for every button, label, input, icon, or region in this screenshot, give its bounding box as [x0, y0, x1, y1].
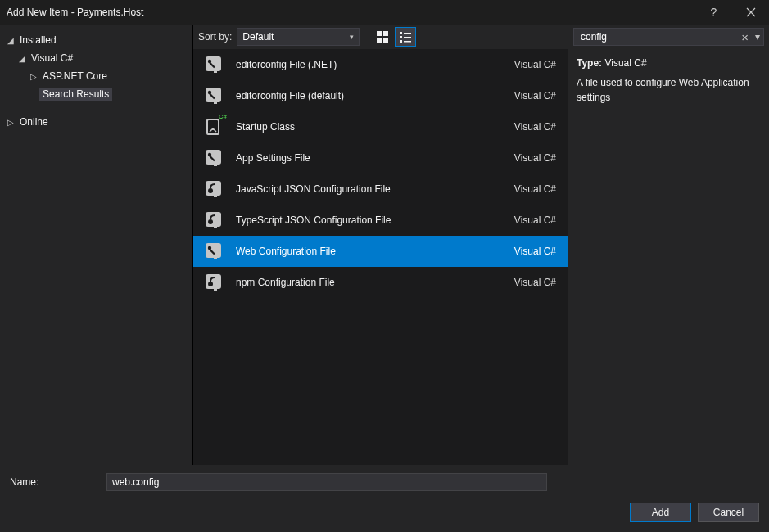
svg-rect-6 [400, 36, 402, 38]
template-list[interactable]: editorconfig File (.NET)Visual C#editorc… [193, 49, 568, 463]
search-box[interactable]: × ▾ [573, 28, 764, 46]
template-language: Visual C# [514, 183, 556, 195]
window-title: Add New Item - Payments.Host [7, 7, 143, 18]
sort-by-dropdown[interactable]: Default ▾ [237, 28, 360, 46]
template-language: Visual C# [514, 59, 556, 70]
template-row[interactable]: TypeScript JSON Configuration FileVisual… [193, 205, 568, 236]
search-input[interactable] [579, 30, 736, 43]
template-row[interactable]: npm Configuration FileVisual C# [193, 267, 568, 298]
cancel-button[interactable]: Cancel [698, 503, 759, 522]
json-icon [201, 209, 224, 232]
template-name: Startup Class [236, 121, 503, 133]
close-icon [746, 7, 756, 17]
dropdown-icon[interactable]: ▾ [755, 31, 760, 43]
clear-search-button[interactable]: × [738, 30, 752, 44]
template-description: Type: Visual C# A file used to configure… [568, 51, 769, 110]
type-value: Visual C# [604, 57, 646, 69]
csfile-icon: C# [201, 115, 224, 138]
title-bar: Add New Item - Payments.Host ? [0, 0, 769, 25]
name-row: Name: [10, 473, 759, 491]
template-name: npm Configuration File [236, 277, 503, 288]
wrench-icon [201, 147, 224, 169]
svg-rect-8 [400, 40, 402, 43]
expand-icon: ▷ [28, 72, 39, 81]
add-button[interactable]: Add [630, 503, 691, 522]
details-pane: × ▾ Type: Visual C# A file used to confi… [568, 25, 769, 465]
template-name: JavaScript JSON Configuration File [236, 183, 503, 195]
name-input[interactable] [106, 473, 547, 491]
footer: Name: Add Cancel [0, 465, 769, 532]
view-large-icons-button[interactable] [373, 28, 392, 46]
template-row[interactable]: editorconfig File (.NET)Visual C# [193, 49, 568, 80]
template-row[interactable]: Web Configuration FileVisual C# [193, 236, 568, 267]
svg-rect-4 [400, 32, 402, 34]
type-label: Type: [577, 57, 602, 69]
template-language: Visual C# [514, 214, 556, 226]
template-name: App Settings File [236, 152, 503, 164]
template-language: Visual C# [514, 152, 556, 164]
svg-rect-2 [377, 38, 382, 43]
help-button[interactable]: ? [695, 0, 732, 25]
large-icons-icon [377, 31, 388, 43]
description-text: A file used to configure Web Application… [577, 75, 761, 105]
template-language: Visual C# [514, 90, 556, 101]
category-tree: ◢ Installed ◢ Visual C# ▷ ASP.NET Core S… [0, 25, 192, 465]
svg-rect-7 [404, 37, 411, 38]
expand-icon: ◢ [16, 54, 28, 63]
button-row: Add Cancel [10, 503, 759, 522]
json-icon [201, 271, 224, 294]
template-language: Visual C# [514, 277, 556, 288]
svg-rect-5 [404, 33, 411, 34]
wrench-icon [201, 84, 224, 107]
template-toolbar: Sort by: Default ▾ [193, 25, 568, 49]
details-icon [400, 31, 411, 43]
tree-node-installed[interactable]: ◢ Installed [5, 31, 188, 49]
template-name: editorconfig File (.NET) [236, 59, 503, 70]
svg-rect-9 [404, 41, 411, 43]
name-label: Name: [10, 476, 106, 488]
template-row[interactable]: App Settings FileVisual C# [193, 142, 568, 174]
svg-rect-0 [377, 31, 382, 36]
template-language: Visual C# [514, 121, 556, 133]
template-pane: Sort by: Default ▾ editorconfig Fil [192, 25, 568, 465]
view-details-button[interactable] [396, 28, 415, 46]
tree-node-search-results[interactable]: Search Results [5, 85, 188, 103]
wrench-icon [201, 240, 224, 263]
main-area: ◢ Installed ◢ Visual C# ▷ ASP.NET Core S… [0, 25, 769, 465]
template-language: Visual C# [514, 246, 556, 257]
template-row[interactable]: C#Startup ClassVisual C# [193, 111, 568, 142]
template-name: TypeScript JSON Configuration File [236, 214, 503, 226]
tree-node-online[interactable]: ▷ Online [5, 113, 188, 131]
svg-rect-1 [383, 31, 388, 36]
expand-icon: ◢ [5, 36, 16, 45]
expand-icon: ▷ [5, 118, 16, 127]
close-button[interactable] [732, 0, 769, 25]
sort-by-label: Sort by: [197, 31, 232, 43]
tree-node-visual-csharp[interactable]: ◢ Visual C# [5, 49, 188, 67]
template-row[interactable]: editorconfig File (default)Visual C# [193, 80, 568, 111]
template-name: Web Configuration File [236, 246, 503, 257]
json-icon [201, 178, 224, 201]
svg-rect-3 [383, 38, 388, 43]
template-row[interactable]: JavaScript JSON Configuration FileVisual… [193, 174, 568, 205]
chevron-down-icon: ▾ [350, 33, 354, 41]
wrench-icon [201, 53, 224, 76]
tree-node-aspnet-core[interactable]: ▷ ASP.NET Core [5, 67, 188, 85]
template-name: editorconfig File (default) [236, 90, 503, 101]
